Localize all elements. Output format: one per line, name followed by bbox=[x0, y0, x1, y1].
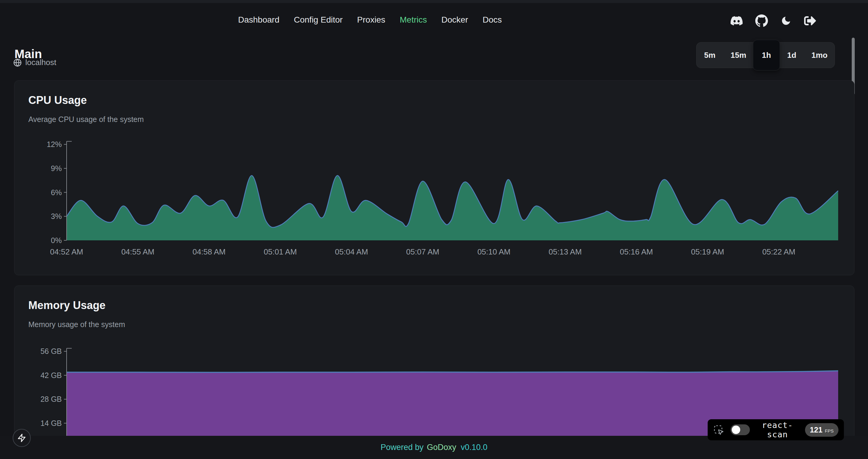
time-range-option-label: 1h bbox=[762, 51, 771, 60]
time-range-option-label: 1mo bbox=[811, 51, 827, 60]
cpu-card-title: CPU Usage bbox=[28, 94, 87, 107]
fps-badge: 121 FPS bbox=[805, 423, 838, 437]
memory_gb-line bbox=[67, 371, 838, 372]
memory-card-title: Memory Usage bbox=[28, 299, 105, 312]
x-tick-label: 04:58 AM bbox=[193, 247, 226, 256]
time-range-option-label: 15m bbox=[731, 51, 746, 60]
toggle-knob bbox=[732, 426, 740, 434]
time-range-option-1mo[interactable]: 1mo bbox=[804, 42, 835, 68]
time-range-option-1d[interactable]: 1d bbox=[779, 42, 804, 68]
discord-icon[interactable] bbox=[731, 15, 743, 27]
github-icon[interactable] bbox=[755, 14, 768, 27]
react-scan-toggle[interactable] bbox=[731, 424, 750, 435]
logout-icon[interactable] bbox=[804, 15, 816, 27]
x-tick-label: 05:07 AM bbox=[406, 247, 439, 256]
y-tick-label: 12% bbox=[47, 140, 62, 149]
y-tick-label: 28 GB bbox=[40, 395, 62, 403]
x-tick-label: 05:16 AM bbox=[620, 247, 653, 256]
y-tick-label: 56 GB bbox=[40, 347, 62, 355]
nav-item-config-editor[interactable]: Config Editor bbox=[294, 15, 343, 25]
footer-powered-by: Powered by bbox=[381, 443, 424, 452]
cpu-card-subtitle: Average CPU usage of the system bbox=[28, 115, 144, 124]
quick-actions-button[interactable] bbox=[13, 429, 31, 447]
y-tick-label: 9% bbox=[51, 164, 62, 172]
nav-item-dashboard[interactable]: Dashboard bbox=[238, 15, 279, 25]
cpu_percent-area bbox=[67, 175, 838, 240]
fps-unit: FPS bbox=[825, 428, 834, 433]
x-tick-label: 05:04 AM bbox=[335, 247, 368, 256]
time-range-option-1h[interactable]: 1h bbox=[754, 42, 779, 68]
dark-mode-moon-icon[interactable] bbox=[781, 15, 792, 26]
time-range-option-label: 5m bbox=[704, 51, 715, 60]
time-range-control: 5m15m1h1d1mo bbox=[696, 42, 835, 68]
main-nav: DashboardConfig EditorProxiesMetricsDock… bbox=[238, 15, 502, 25]
metrics-page: DashboardConfig EditorProxiesMetricsDock… bbox=[0, 0, 868, 459]
cpu-area-chart[interactable]: 0%3%6%9%12%04:52 AM04:55 AM04:58 AM05:01… bbox=[14, 135, 854, 267]
react-scan-label: react-scan bbox=[756, 421, 798, 439]
x-tick-label: 04:52 AM bbox=[50, 247, 83, 256]
x-tick-label: 05:22 AM bbox=[762, 247, 795, 256]
top-edge-highlight bbox=[0, 0, 868, 3]
y-tick-label: 0% bbox=[51, 236, 62, 244]
host-label: localhost bbox=[25, 58, 56, 67]
x-tick-label: 04:55 AM bbox=[121, 247, 154, 256]
nav-icon-buttons bbox=[731, 14, 816, 28]
globe-icon bbox=[13, 59, 22, 67]
fps-value: 121 bbox=[810, 426, 823, 434]
memory-card-subtitle: Memory usage of the system bbox=[28, 320, 125, 329]
footer-brand-link[interactable]: GoDoxy bbox=[427, 443, 456, 452]
inspect-element-icon[interactable] bbox=[713, 424, 724, 435]
x-tick-label: 05:19 AM bbox=[691, 247, 724, 256]
cpu-usage-card: CPU Usage Average CPU usage of the syste… bbox=[14, 80, 855, 275]
x-tick-label: 05:10 AM bbox=[477, 247, 510, 256]
y-tick-label: 3% bbox=[51, 212, 62, 221]
footer-version: v0.10.0 bbox=[461, 443, 488, 452]
nav-item-docker[interactable]: Docker bbox=[441, 15, 468, 25]
react-scan-widget: react-scan 121 FPS bbox=[708, 419, 844, 440]
x-tick-label: 05:13 AM bbox=[549, 247, 582, 256]
lightning-bolt-icon bbox=[17, 433, 26, 442]
host-row: localhost bbox=[13, 58, 56, 67]
nav-item-proxies[interactable]: Proxies bbox=[357, 15, 385, 25]
nav-item-docs[interactable]: Docs bbox=[483, 15, 502, 25]
y-tick-label: 6% bbox=[51, 188, 62, 197]
time-range-option-label: 1d bbox=[787, 51, 796, 60]
y-tick-label: 42 GB bbox=[40, 371, 62, 380]
time-range-option-5m[interactable]: 5m bbox=[696, 42, 723, 68]
nav-item-metrics[interactable]: Metrics bbox=[400, 15, 427, 25]
x-tick-label: 05:01 AM bbox=[264, 247, 297, 256]
time-range-option-15m[interactable]: 15m bbox=[723, 42, 754, 68]
y-tick-label: 14 GB bbox=[40, 419, 62, 427]
